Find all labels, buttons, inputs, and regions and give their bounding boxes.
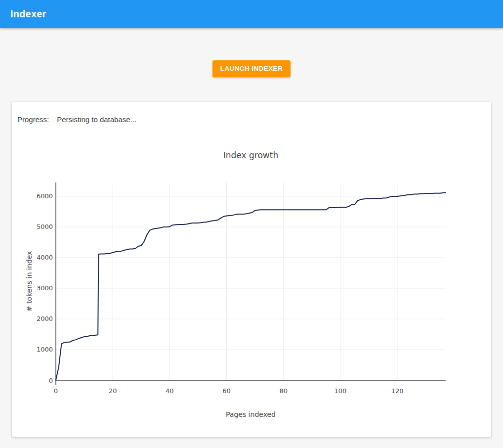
progress-card: Progress:Persisting to database... 02040…	[12, 102, 491, 437]
x-tick-label: 80	[279, 387, 288, 395]
chart-title: Index growth	[223, 150, 278, 160]
app-header: Indexer	[0, 0, 503, 28]
y-tick-label: 1000	[37, 346, 53, 353]
app-title: Indexer	[10, 8, 46, 20]
progress-row: Progress:Persisting to database...	[12, 114, 491, 125]
x-tick-label: 60	[222, 387, 231, 395]
y-tick-label: 4000	[37, 254, 53, 261]
series-line	[56, 193, 446, 381]
y-axis-label: # tokens in index	[25, 251, 33, 312]
x-tick-label: 100	[334, 387, 346, 395]
x-tick-label: 20	[109, 387, 117, 395]
y-tick-label: 3000	[37, 284, 53, 292]
index-growth-chart: 0204060801001200100020003000400050006000…	[12, 146, 491, 426]
y-tick-label: 2000	[37, 315, 53, 322]
x-tick-label: 40	[166, 387, 174, 395]
x-axis-label: Pages indexed	[226, 410, 276, 418]
x-tick-label: 0	[54, 387, 58, 395]
y-tick-label: 5000	[37, 223, 53, 230]
x-tick-label: 120	[391, 387, 404, 395]
launch-area: LAUNCH INDEXER	[0, 28, 503, 77]
launch-indexer-button[interactable]: LAUNCH INDEXER	[212, 60, 291, 77]
progress-label: Progress:	[17, 115, 49, 124]
y-tick-label: 0	[49, 377, 53, 384]
progress-status: Persisting to database...	[57, 115, 136, 124]
index-growth-chart-svg: 0204060801001200100020003000400050006000…	[12, 146, 491, 426]
y-tick-label: 6000	[37, 192, 53, 200]
